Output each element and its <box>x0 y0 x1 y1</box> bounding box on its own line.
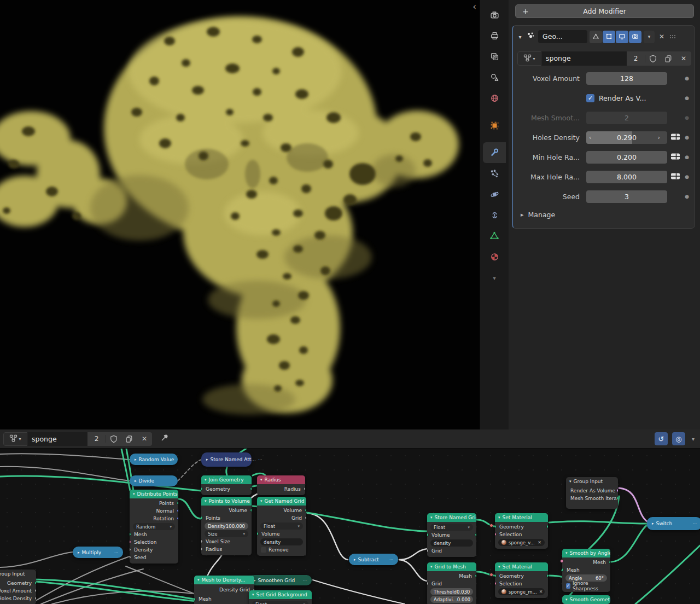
expand-modifier-chevron[interactable]: ▾ <box>516 34 524 40</box>
overlays-dropdown-chevron[interactable]: ▾ <box>690 436 697 442</box>
decrement-arrow-icon[interactable]: ‹ <box>589 131 591 144</box>
node-group-users-count[interactable]: 2 <box>627 55 645 62</box>
animate-dot[interactable]: ● <box>685 174 689 179</box>
3d-viewport[interactable]: ‹ <box>0 0 480 429</box>
auto-offset-toggle[interactable]: ↺ <box>655 432 668 445</box>
node-points-to-volume[interactable]: ▾Points to Volume Volume Points Density1… <box>201 497 252 555</box>
drag-handle-icon[interactable] <box>669 32 676 42</box>
modifier-name-field[interactable]: Geo... <box>538 30 587 43</box>
toggle-on-cage[interactable] <box>590 31 602 43</box>
clear-material-icon[interactable]: ✕ <box>538 540 541 545</box>
tab-render[interactable] <box>483 4 506 25</box>
fake-user-shield-icon[interactable] <box>106 432 121 446</box>
animate-dot[interactable]: ● <box>685 95 689 101</box>
animate-dot[interactable]: ● <box>685 194 689 199</box>
toggle-edit-mode-display[interactable] <box>603 31 615 43</box>
background-type-dropdown[interactable]: Float▾ <box>252 601 308 604</box>
node-set-material-mesh[interactable]: ▾Set Material Geometry Selection sponge_… <box>495 562 548 598</box>
node-store-named-attribute[interactable]: ▸Store Named Att...⋯ <box>201 452 252 467</box>
node-smooth-geometry[interactable]: ▾Smooth Geometry <box>562 595 610 604</box>
node-tree-icon <box>9 434 18 443</box>
input-attribute-toggle-icon[interactable] <box>670 132 680 143</box>
node-get-named-grid[interactable]: ▾Get Named Grid Volume Grid Float▾ Volum… <box>257 497 306 556</box>
remove-checkbox[interactable]: Remove <box>257 546 306 554</box>
node-divide[interactable]: ▸Divide <box>130 475 178 486</box>
threshold-field[interactable]: Threshold0.030 <box>430 588 473 595</box>
overlays-toggle[interactable]: ◎ <box>672 432 685 445</box>
duplicate-copy-icon[interactable] <box>661 51 676 66</box>
adaptivity-field[interactable]: Adaptivi...0.000 <box>430 596 473 603</box>
grid-name-field[interactable]: density <box>260 538 303 545</box>
density-value-field[interactable]: Density100.000 <box>205 522 248 530</box>
node-group-browse-button[interactable]: ▾ <box>517 51 541 66</box>
unlink-group-button[interactable]: ✕ <box>676 51 691 66</box>
grid-type-dropdown[interactable]: Float▾ <box>260 522 303 530</box>
increment-arrow-icon[interactable]: › <box>654 131 664 144</box>
tab-view-layer[interactable] <box>483 46 506 67</box>
node-multiply[interactable]: ▸Multiply⋯ <box>73 547 123 558</box>
tab-particles[interactable] <box>483 163 506 184</box>
fake-user-shield-icon[interactable] <box>645 51 661 66</box>
toggle-render-display[interactable] <box>629 31 641 43</box>
tabbar-overflow-chevron[interactable]: ▾ <box>493 275 496 282</box>
node-random-value[interactable]: ▸Random Value <box>130 454 178 465</box>
ignore-sharpness-checkbox[interactable]: ✓Ignore Sharpness <box>562 582 610 590</box>
node-group-name-field[interactable]: sponge <box>541 51 627 66</box>
seed-field[interactable]: 3 <box>586 190 667 203</box>
node-store-named-grid[interactable]: ▾Store Named Grid Float▾ Volume density … <box>427 513 476 557</box>
animate-dot[interactable]: ● <box>685 135 689 140</box>
resolution-mode-dropdown[interactable]: Size▾ <box>205 530 248 537</box>
distribute-method-dropdown[interactable]: Random▾ <box>133 523 175 530</box>
voxel-amount-field[interactable]: 128 <box>586 72 667 85</box>
input-attribute-toggle-icon[interactable] <box>670 172 680 182</box>
toggle-realtime-display[interactable] <box>616 31 628 43</box>
chevron-left-icon[interactable]: ‹ <box>472 2 476 11</box>
remove-modifier-button[interactable]: ✕ <box>657 33 667 40</box>
tab-constraints[interactable] <box>483 205 506 225</box>
tab-modifiers[interactable] <box>483 142 506 163</box>
node-tree-browse-button[interactable]: ▾ <box>3 432 27 446</box>
input-attribute-toggle-icon[interactable] <box>670 152 680 162</box>
holes-density-slider[interactable]: ‹ 0.290 › <box>586 131 667 144</box>
node-switch[interactable]: ▸Switch⋯ <box>647 517 700 530</box>
node-tree-name-field[interactable]: sponge <box>27 432 88 446</box>
tab-material[interactable] <box>483 246 506 267</box>
node-mesh-to-density-grid[interactable]: ▾Mesh to Density... Density Grid Mesh <box>194 576 254 604</box>
duplicate-copy-icon[interactable] <box>121 432 137 446</box>
animate-dot[interactable]: ● <box>685 76 689 81</box>
animate-dot[interactable]: ● <box>685 115 689 120</box>
tab-object-data[interactable] <box>483 225 506 246</box>
tab-scene[interactable] <box>483 67 506 88</box>
node-distribute-points[interactable]: ▾Distribute Points... Points Normal Rota… <box>130 490 178 564</box>
pin-icon[interactable] <box>160 433 170 445</box>
tab-world[interactable] <box>483 88 506 108</box>
tab-physics[interactable] <box>483 184 506 205</box>
tab-output[interactable] <box>483 25 506 46</box>
animate-dot[interactable]: ● <box>685 154 689 160</box>
modifier-extras-dropdown[interactable]: ▾ <box>644 31 655 43</box>
min-hole-radius-field[interactable]: 0.200 <box>586 151 667 164</box>
node-subtract[interactable]: ▸Subtract⋯ <box>349 554 398 565</box>
node-tree-users-count[interactable]: 2 <box>88 435 106 443</box>
unlink-tree-button[interactable]: ✕ <box>137 432 152 446</box>
node-smoothen-grid[interactable]: ▸Smoothen Grid⋯ <box>249 575 312 585</box>
material-selector[interactable]: sponge_m...✕ <box>498 588 545 595</box>
node-join-geometry[interactable]: ▾Join Geometry Geometry <box>201 475 252 495</box>
add-modifier-button[interactable]: + Add Modifier <box>515 4 694 18</box>
geometry-node-editor[interactable]: ▸Random Value ▸Store Named Att...⋯ ▸Divi… <box>0 429 700 604</box>
render-as-volume-checkbox[interactable]: ✓ <box>586 94 594 102</box>
manage-section-toggle[interactable]: ▸ Manage <box>521 211 555 219</box>
node-set-material-volume[interactable]: ▾Set Material Geometry Selection sponge_… <box>495 513 548 549</box>
node-grid-to-mesh[interactable]: ▾Grid to Mesh Mesh Grid Threshold0.030 A… <box>427 562 476 604</box>
node-group-input-right[interactable]: ▾Group Input Render As Volume Mesh Smoot… <box>566 477 618 509</box>
node-set-grid-background[interactable]: ▾Set Grid Background Float▾ <box>249 590 312 604</box>
clear-material-icon[interactable]: ✕ <box>539 589 543 594</box>
grid-type-dropdown[interactable]: Float▾ <box>430 524 473 531</box>
tab-object[interactable] <box>483 115 506 136</box>
max-hole-radius-field[interactable]: 8.000 <box>586 171 667 183</box>
node-smooth-by-angle[interactable]: ▾Smooth by Angle Mesh Mesh Angle60° ✓Ign… <box>562 549 610 592</box>
node-group-input-left[interactable]: Group Input Geometry Voxel Amount Holes … <box>0 570 36 604</box>
grid-name-field[interactable]: density <box>430 539 473 547</box>
material-selector[interactable]: sponge_v...✕ <box>498 539 545 546</box>
node-radius[interactable]: ▾Radius Radius <box>257 475 305 495</box>
